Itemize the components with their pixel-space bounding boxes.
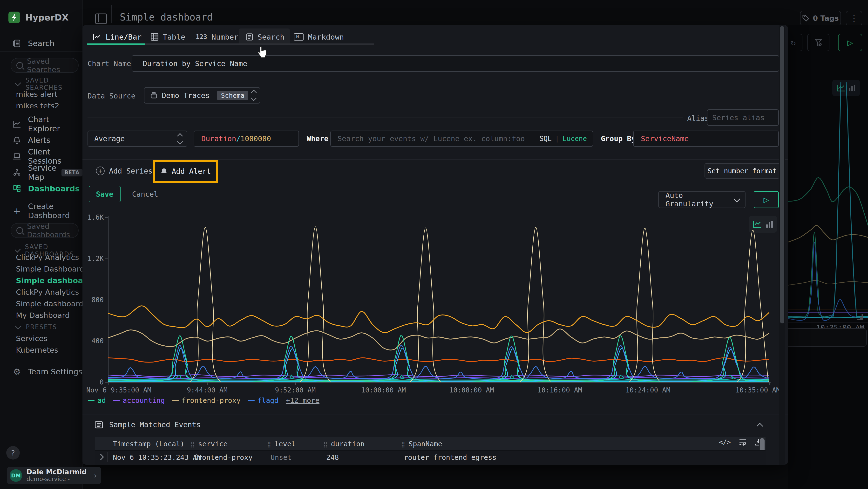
sidebar-item-service-map[interactable]: Service Map BETA <box>0 166 83 179</box>
dashboard-item[interactable]: Simple Dashboard <box>16 264 84 273</box>
dashboard-item[interactable]: ClickPy Analytics <box>16 288 79 296</box>
saved-dashboards-input[interactable]: Saved Dashboards <box>10 223 79 238</box>
dashboard-item[interactable]: ClickPy Analytics <box>16 253 79 262</box>
legend-dash-icon <box>113 400 120 401</box>
saved-searches-placeholder: Saved Searches <box>27 57 78 74</box>
cell-duration: 248 <box>326 453 339 461</box>
divider <box>112 5 112 23</box>
sidebar-item-alerts[interactable]: Alerts <box>0 134 83 147</box>
sidebar-item-dashboards[interactable]: Dashboards <box>0 182 83 196</box>
cancel-button[interactable]: Cancel <box>129 186 161 202</box>
service-map-icon <box>12 169 21 176</box>
sql-toggle[interactable]: SQL <box>539 135 552 143</box>
where-search-input[interactable]: Search your events w/ Lucene ex. column:… <box>330 131 593 147</box>
tab-line-bar[interactable]: Line/Bar <box>93 28 142 46</box>
chart-name-input[interactable]: Duration by Service Name <box>132 55 779 72</box>
legend-item[interactable]: flagd <box>248 396 278 405</box>
legend-label: ad <box>97 396 106 405</box>
col-header[interactable]: Timestamp (Local) <box>113 440 184 448</box>
legend-more-link[interactable]: +12 more <box>286 396 319 405</box>
x-tick-label: 10:08:00 AM <box>449 386 494 394</box>
col-header[interactable]: ⣿SpanName <box>401 440 442 448</box>
refresh-icon[interactable]: ↻ <box>788 34 802 51</box>
laptop-icon <box>12 153 21 160</box>
modal-scrollbar-track[interactable] <box>779 25 785 465</box>
chevron-right-icon: › <box>94 471 97 480</box>
dashboard-item-active[interactable]: Simple dashboard <box>16 276 92 285</box>
preset-item[interactable]: Services <box>16 334 48 343</box>
data-source-select[interactable]: Demo Traces Schema <box>144 87 260 104</box>
aggregation-select[interactable]: Average <box>88 131 187 147</box>
database-icon <box>150 92 157 99</box>
user-card[interactable]: DM Dale McDiarmid demo-service - › <box>7 467 101 484</box>
dashboard-item[interactable]: Simple dashboard <box>16 299 84 308</box>
timeseries-chart[interactable] <box>108 217 769 382</box>
chart-series <box>108 375 769 376</box>
play-button-background[interactable]: ▷ <box>838 34 862 51</box>
sample-events-header: Sample Matched Events <box>95 421 200 429</box>
x-tick-label: Nov 6 9:35:00 AM <box>86 386 151 394</box>
col-header[interactable]: ⣿service <box>190 440 227 448</box>
resize-corner-icon[interactable] <box>857 314 863 320</box>
dashboard-item[interactable]: My Dashboard <box>16 311 70 320</box>
bell-icon <box>161 168 167 175</box>
sidebar-toggle-icon[interactable] <box>95 13 107 24</box>
where-label: Where <box>307 135 329 143</box>
sidebar-item-client-sessions[interactable]: Client Sessions <box>0 150 83 163</box>
run-query-play-button[interactable]: ▷ <box>754 191 779 208</box>
chart-name-label: Chart Name <box>88 59 131 68</box>
preset-item[interactable]: Kubernetes <box>16 346 58 354</box>
legend-item[interactable]: ad <box>88 396 106 405</box>
create-dashboard-button[interactable]: + Create Dashboard <box>0 204 83 218</box>
set-number-format-button[interactable]: Set number format <box>705 163 780 179</box>
help-button[interactable]: ? <box>6 446 20 460</box>
drag-handle-icon[interactable]: ⣿ <box>323 441 328 448</box>
tab-number[interactable]: 123 Number <box>196 28 239 46</box>
add-alert-button[interactable]: Add Alert <box>153 160 218 183</box>
beta-badge: BETA <box>61 169 83 176</box>
tab-search[interactable]: Search <box>246 28 284 46</box>
tags-button[interactable]: 0 Tags <box>800 11 841 25</box>
divider <box>83 80 788 80</box>
legend-dash-icon <box>172 400 179 401</box>
code-icon[interactable]: </> <box>719 438 731 446</box>
tab-markdown[interactable]: M↓ Markdown <box>294 28 344 46</box>
add-series-button[interactable]: + Add Series <box>96 167 153 175</box>
save-button[interactable]: Save <box>89 186 121 202</box>
alias-input[interactable]: Series alias <box>707 109 779 126</box>
wrap-lines-icon[interactable] <box>739 439 747 445</box>
user-org: demo-service - <box>27 476 87 483</box>
drag-handle-icon[interactable]: ⣿ <box>401 441 405 448</box>
sidebar-item-search[interactable]: Search <box>0 37 83 50</box>
drag-handle-icon[interactable]: ⣿ <box>267 441 271 448</box>
alias-label: Alias <box>687 114 709 123</box>
table-icon <box>151 33 158 41</box>
tab-table[interactable]: Table <box>151 28 185 46</box>
query-language-toggle[interactable]: SQL | Lucene <box>539 135 587 143</box>
sidebar-item-chart-explorer[interactable]: Chart Explorer <box>0 117 83 131</box>
dashboard-background-panel: ↻ ▷ 10:35:00 AM <box>788 25 868 489</box>
presets-group[interactable]: PRESETS <box>16 323 57 331</box>
lucene-toggle[interactable]: Lucene <box>562 135 587 143</box>
kebab-menu-button[interactable]: ⋮ <box>846 11 862 25</box>
filter-edit-icon[interactable] <box>807 34 830 51</box>
cell-timestamp: Nov 6 10:35:23.243 AM <box>113 453 201 461</box>
group-by-input[interactable]: ServiceName <box>633 131 779 147</box>
event-row-partial[interactable] <box>95 464 766 465</box>
expression-input[interactable]: Duration/1000000 <box>194 131 299 147</box>
saved-search-item[interactable]: mikes alert <box>16 90 57 98</box>
granularity-select[interactable]: Auto Granularity <box>658 191 745 208</box>
sidebar-item-team-settings[interactable]: ⚙ Team Settings <box>0 365 83 378</box>
saved-searches-input[interactable]: Saved Searches <box>10 58 79 73</box>
schema-badge[interactable]: Schema <box>217 91 248 100</box>
saved-search-item[interactable]: mikes tets2 <box>16 102 59 110</box>
col-header[interactable]: ⣿level <box>267 440 296 448</box>
app-root: HyperDX Search Saved Searches SAVED SEAR… <box>0 0 868 489</box>
saved-searches-group[interactable]: SAVED SEARCHES <box>16 77 83 91</box>
drag-handle-icon[interactable]: ⣿ <box>190 441 195 448</box>
legend-item[interactable]: accounting <box>113 396 165 405</box>
brand[interactable]: HyperDX <box>8 11 68 23</box>
col-header[interactable]: ⣿duration <box>323 440 365 448</box>
legend-item[interactable]: frontend-proxy <box>172 396 241 405</box>
collapse-chevron-up-icon[interactable] <box>756 423 763 429</box>
